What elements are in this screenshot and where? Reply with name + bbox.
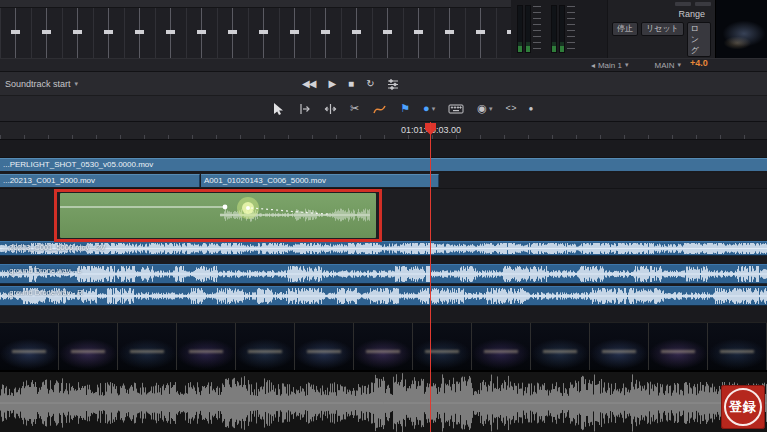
meter-scale [533, 6, 541, 52]
cursor-tool-icon[interactable] [272, 102, 285, 116]
filmstrip-frame [472, 323, 531, 370]
track-label: ...ground Drone.wav - R [3, 288, 83, 297]
marker-icon: ● [423, 103, 430, 114]
reset-button[interactable]: リセット [641, 22, 684, 36]
edit-tools-toolbar: ✂ ⚑ ● ▾ ◉ ▾ < > ● [0, 96, 767, 122]
soundtrack-selector[interactable]: Soundtrack start ▾ [0, 79, 78, 89]
clip-label: ...20213_C001_5000.mov [0, 175, 199, 187]
main-bus-selector[interactable]: MAIN ▾ [654, 61, 681, 70]
stamp-text: 登録 [729, 398, 757, 416]
selected-music-clip[interactable] [60, 193, 376, 238]
chevron-down-icon: ▾ [625, 61, 629, 69]
audio-track-1[interactable]: ...20213_C001_5000.mov - 2V [0, 241, 767, 256]
rewind-button[interactable]: ◀◀ [302, 79, 315, 89]
mixer-settings-icon[interactable] [387, 78, 399, 90]
meter-scale [567, 6, 575, 52]
audio-waveform [0, 265, 767, 283]
chevron-down-icon: ▾ [432, 105, 436, 112]
keyframe-dot [223, 205, 228, 210]
chevron-down-icon: ▾ [677, 61, 681, 69]
audio-track-3[interactable]: ...ground Drone.wav - R [0, 286, 767, 306]
filmstrip-frame [413, 323, 472, 370]
filmstrip-frame [0, 323, 59, 370]
audio-waveform [0, 242, 767, 255]
filmstrip-frame [649, 323, 708, 370]
razor-tool-icon[interactable]: ✂ [350, 103, 359, 114]
playhead-line[interactable] [430, 122, 431, 432]
filmstrip-frame [236, 323, 295, 370]
marker-dropdown[interactable]: ● ▾ [423, 103, 435, 114]
audio-waveform [0, 287, 767, 305]
filmstrip-frame [118, 323, 177, 370]
meter-group-1 [517, 5, 541, 55]
video-editor-window: Range 停止 リセット ロング +4.0 ◂ Main 1 ▾ MAIN ▾ [0, 0, 767, 432]
flag-icon[interactable]: ⚑ [400, 103, 410, 114]
meter-group-2 [551, 5, 575, 55]
filmstrip-frame [354, 323, 413, 370]
music-track-lane [0, 188, 767, 241]
loop-button[interactable]: ↻ [366, 79, 373, 89]
main1-bus-selector[interactable]: ◂ Main 1 ▾ [591, 61, 629, 70]
track-label: ...ground Drone.wav - L [3, 266, 81, 275]
long-button[interactable]: ロング [687, 22, 711, 57]
trim-edit-icon[interactable] [298, 102, 311, 116]
stop-transport-button[interactable]: ■ [348, 79, 353, 89]
audio-waveform [0, 372, 767, 432]
video-track-1-clip[interactable]: ...PERLIGHT_SHOT_0530_v05.0000.mov [0, 158, 767, 171]
chevron-down-icon: ▾ [75, 80, 79, 88]
subscribe-stamp: 登録 [721, 385, 765, 429]
option-dot-icon[interactable]: ● [528, 105, 533, 113]
target-icon: ◉ [477, 103, 487, 114]
clip-label: A001_01020143_C006_5000.mov [201, 175, 438, 187]
code-view-icon[interactable]: < > [505, 104, 515, 113]
audio-mixer-panel: Range 停止 リセット ロング +4.0 [0, 0, 767, 58]
filmstrip-frame [59, 323, 118, 370]
range-label: Range [612, 8, 711, 20]
audio-track-2[interactable]: ...ground Drone.wav - L [0, 264, 767, 284]
stop-button[interactable]: 停止 [612, 22, 638, 36]
video-track-2-clip-1[interactable]: ...20213_C001_5000.mov [0, 174, 200, 187]
long-control[interactable]: ロング +4.0 [687, 22, 711, 68]
mixer-fader-bank[interactable] [0, 0, 511, 58]
video-track-2-clip-2[interactable]: A001_01020143_C006_5000.mov [201, 174, 439, 187]
curve-tool-icon[interactable] [372, 102, 387, 116]
keyboard-icon[interactable] [448, 103, 464, 115]
timeline-tracks: ...PERLIGHT_SHOT_0530_v05.0000.mov ...20… [0, 140, 767, 322]
filmstrip-frame [531, 323, 590, 370]
track-label: ...20213_C001_5000.mov - 2V [3, 243, 105, 252]
transport-toolbar: Soundtrack start ▾ ◀◀ ▶ ■ ↻ [0, 72, 767, 96]
audio-waveform-display[interactable] [0, 370, 767, 432]
video-track-2: ...20213_C001_5000.mov A001_01020143_C00… [0, 173, 767, 188]
clip-label: ...PERLIGHT_SHOT_0530_v05.0000.mov [0, 159, 767, 171]
monitor-control-panel: Range 停止 リセット ロング +4.0 [607, 0, 715, 58]
viewer-thumbnail[interactable] [715, 0, 767, 58]
volume-automation-curve [60, 193, 376, 238]
filmstrip-frame [590, 323, 649, 370]
dynamic-trim-icon[interactable] [324, 102, 337, 116]
snap-target-dropdown[interactable]: ◉ ▾ [477, 103, 492, 114]
filmstrip-frame [295, 323, 354, 370]
timeline-ruler[interactable]: 01:01:49:03.00 [0, 122, 767, 140]
play-button[interactable]: ▶ [328, 79, 335, 89]
filmstrip-frame [177, 323, 236, 370]
speaker-icon: ◂ [591, 61, 595, 70]
filmstrip[interactable] [0, 322, 767, 370]
chevron-down-icon: ▾ [489, 105, 493, 112]
filmstrip-frame [708, 323, 767, 370]
long-value: +4.0 [690, 58, 708, 68]
level-meters [511, 0, 607, 58]
